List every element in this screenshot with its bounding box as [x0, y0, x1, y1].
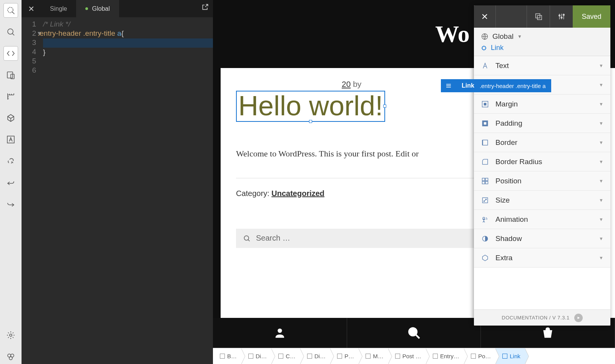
typography-button[interactable] [3, 132, 18, 147]
crumb-2[interactable]: C… [271, 348, 300, 364]
crumb-5[interactable]: M… [359, 348, 388, 364]
row-size[interactable]: Size▼ [474, 191, 610, 210]
crumb-icon [337, 354, 342, 359]
globe-icon [481, 33, 489, 40]
inspect-tool-button[interactable] [3, 3, 18, 18]
crumb-6[interactable]: Post … [388, 348, 426, 364]
row-border[interactable]: Border▼ [474, 133, 610, 152]
box-button[interactable] [3, 111, 18, 125]
row-text[interactable]: Text▼ [474, 56, 610, 75]
selected-link-title[interactable]: Hello world! [236, 91, 385, 122]
tab-single[interactable]: Single [41, 0, 76, 17]
selection-label: Link [456, 82, 480, 89]
inspector-topbar: Saved [474, 5, 610, 28]
crumb-link[interactable]: Link [495, 348, 525, 364]
chevron-down-icon: ▼ [599, 159, 603, 165]
svg-point-16 [563, 14, 564, 16]
breadcrumb-bar: B… Di… C… Di… P… M… Post … Entry… Po… Li… [213, 348, 615, 364]
chevron-down-icon: ▼ [599, 198, 603, 203]
chevron-down-icon: ▼ [599, 101, 603, 107]
search-icon [243, 234, 251, 242]
crumb-3[interactable]: Di… [300, 348, 330, 364]
border-radius-icon [481, 158, 489, 166]
row-padding[interactable]: Padding▼ [474, 114, 610, 133]
svg-rect-28 [485, 181, 488, 184]
crumb-icon [248, 354, 253, 359]
crumb-4[interactable]: P… [330, 348, 359, 364]
chevron-down-icon: ▼ [599, 63, 603, 68]
animation-button[interactable] [3, 154, 18, 168]
selection-path: .entry-header .entry-title a [480, 83, 551, 89]
resize-handle-bottom[interactable] [309, 120, 312, 123]
version-label: DOCUMENTATION / V 7.3.1 [502, 315, 569, 321]
row-animation[interactable]: Animation▼ [474, 210, 610, 229]
svg-rect-18 [482, 47, 485, 50]
inspector-close-button[interactable] [474, 5, 495, 28]
close-editor-button[interactable]: ✕ [22, 0, 41, 17]
settings-button[interactable] [3, 328, 18, 342]
crumb-1[interactable]: Di… [241, 348, 271, 364]
crumb-8[interactable]: Po… [464, 348, 495, 364]
account-button[interactable] [213, 318, 347, 348]
saved-indicator[interactable]: Saved [573, 5, 610, 28]
undo-button[interactable] [3, 175, 18, 190]
border-icon [481, 138, 489, 147]
ruler-button[interactable] [3, 89, 18, 104]
inspector-header: Global ▼ Link [474, 28, 610, 56]
code-content[interactable]: /* Link */ ▾.entry-header .entry-title a… [40, 17, 213, 364]
editor-tab-bar: ✕ Single Global [22, 0, 213, 17]
chevron-down-icon: ▼ [599, 121, 603, 126]
shadow-icon [481, 234, 489, 243]
row-shadow[interactable]: Shadow▼ [474, 229, 610, 248]
row-extra[interactable]: Extra▼ [474, 248, 610, 268]
chevron-down-icon: ▼ [599, 217, 603, 222]
svg-rect-2 [7, 72, 13, 78]
element-label: Link [491, 44, 504, 52]
left-icon-rail [0, 0, 22, 364]
popout-editor-button[interactable] [201, 3, 209, 12]
selection-toolbar[interactable]: Link .entry-header .entry-title a [441, 79, 551, 92]
size-icon [481, 196, 489, 204]
tab-global[interactable]: Global [76, 0, 119, 17]
copy-styles-button[interactable] [527, 5, 550, 28]
svg-rect-27 [482, 181, 485, 184]
inspector-panel: Saved Global ▼ Link Text▼ Background▼ Ma… [474, 5, 610, 326]
svg-rect-23 [484, 122, 487, 125]
svg-point-30 [483, 217, 485, 219]
svg-rect-21 [484, 103, 487, 105]
search-button[interactable] [3, 25, 18, 39]
margin-icon [481, 100, 489, 108]
resize-handle-right[interactable] [383, 105, 386, 108]
modules-button[interactable] [3, 349, 18, 364]
crumb-0[interactable]: B… [213, 348, 241, 364]
play-tutorial-button[interactable] [574, 314, 583, 322]
crumb-icon [366, 354, 371, 359]
responsive-button[interactable] [3, 68, 18, 82]
row-margin[interactable]: Margin▼ [474, 95, 610, 114]
svg-point-10 [278, 329, 282, 333]
crumb-7[interactable]: Entry… [426, 348, 464, 364]
svg-point-14 [558, 15, 560, 16]
site-title: Wo [435, 20, 470, 48]
inspector-property-list: Text▼ Background▼ Margin▼ Padding▼ Borde… [474, 56, 610, 309]
crumb-icon [502, 354, 507, 359]
scope-label: Global [492, 32, 514, 41]
crumb-icon [220, 354, 225, 359]
modified-dot-icon [85, 7, 88, 10]
crumb-icon [307, 354, 312, 359]
selection-menu-icon[interactable] [441, 82, 456, 89]
crumb-icon [278, 354, 283, 359]
code-editor[interactable]: 123456 /* Link */ ▾.entry-header .entry-… [22, 17, 213, 364]
search-nav-button[interactable] [347, 318, 481, 348]
element-selector[interactable]: Link [481, 44, 603, 52]
chevron-down-icon: ▼ [599, 82, 603, 88]
row-position[interactable]: Position▼ [474, 171, 610, 191]
svg-point-11 [409, 328, 417, 336]
row-border-radius[interactable]: Border Radius▼ [474, 152, 610, 171]
redo-button[interactable] [3, 197, 18, 211]
category-link[interactable]: Uncategorized [271, 189, 324, 198]
code-button[interactable] [3, 46, 18, 61]
position-icon [481, 177, 489, 185]
adjustments-button[interactable] [550, 5, 573, 28]
scope-selector[interactable]: Global ▼ [481, 32, 603, 41]
